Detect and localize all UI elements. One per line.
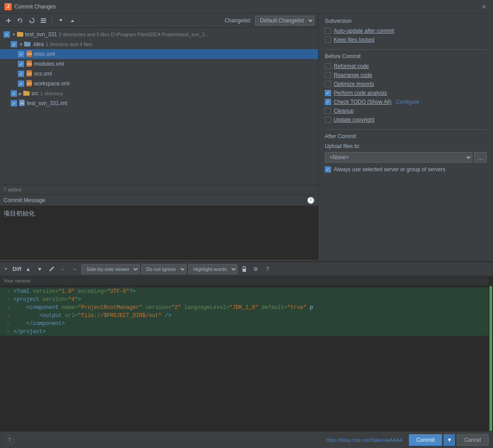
line-num-5: 5 <box>0 321 13 326</box>
tree-item-misc[interactable]: xml misc.xml <box>0 49 318 59</box>
gutter-indicator <box>489 286 492 431</box>
tree-item-src[interactable]: ▶ src 1 directory <box>0 89 318 98</box>
perform-code-analysis-checkbox[interactable] <box>325 90 331 96</box>
left-panel: Changelist: Default Changelist ▼ test_sv… <box>0 13 319 261</box>
commit-dropdown-button[interactable]: ▼ <box>444 434 455 446</box>
always-use-label: Always use selected server or group of s… <box>334 166 445 173</box>
status-text: 7 added <box>4 187 21 192</box>
group-button[interactable] <box>38 16 48 25</box>
tree-item-root[interactable]: ▼ test_svn_331 2 directories and 5 files… <box>0 30 318 39</box>
file-tree: ▼ test_svn_331 2 directories and 5 files… <box>0 28 318 185</box>
refresh-button[interactable] <box>27 16 37 25</box>
commit-message-area: Commit Message 🕐 项目初始化 <box>0 194 318 261</box>
diff-highlight-select[interactable]: Highlight words <box>188 264 238 274</box>
undo-button[interactable] <box>15 16 25 25</box>
tree-arrow-idea: ▼ <box>19 42 23 47</box>
diff-gutter <box>489 276 493 431</box>
diff-help-button[interactable]: ? <box>263 264 272 274</box>
help-button[interactable]: ? <box>4 435 14 445</box>
upload-select[interactable]: <None> <box>325 152 472 163</box>
rearrange-code-label: Rearrange code <box>334 72 372 78</box>
clock-icon[interactable]: 🕐 <box>307 197 314 204</box>
commit-message-header: Commit Message 🕐 <box>0 194 318 206</box>
tree-label-src: src <box>31 90 38 97</box>
cancel-button[interactable]: Cancel <box>457 434 489 446</box>
reformat-code-checkbox[interactable] <box>325 63 331 69</box>
auto-update-checkbox[interactable] <box>325 28 331 34</box>
tree-checkbox-iml[interactable] <box>11 100 17 106</box>
tree-label-root: test_svn_331 <box>25 31 57 38</box>
xml-icon-workspace: xml <box>26 80 32 88</box>
tree-meta-idea: 1 directory and 4 files <box>46 42 93 47</box>
diff-line-4: 4 <output url="file://$PROJECT_DIR$/out"… <box>0 312 489 320</box>
tree-checkbox-src[interactable] <box>11 90 17 97</box>
keep-files-row: Keep files locked <box>325 37 487 43</box>
line-num-6: 6 <box>0 329 13 334</box>
diff-forward-button[interactable]: → <box>70 264 80 274</box>
diff-viewer-select[interactable]: Side-by-side viewer <box>81 264 140 274</box>
expand-button[interactable] <box>68 16 77 25</box>
close-button[interactable]: ✕ <box>480 2 489 11</box>
rearrange-code-checkbox[interactable] <box>325 72 331 78</box>
diff-expand-icon[interactable]: ▼ <box>4 266 8 271</box>
upload-browse-button[interactable]: ... <box>474 152 487 163</box>
line-num-3: 3 <box>0 305 13 310</box>
tree-meta-src: 1 directory <box>40 91 63 96</box>
tree-checkbox-misc[interactable] <box>18 51 24 57</box>
svg-text:xml: xml <box>27 62 32 66</box>
svg-text:xml: xml <box>27 52 32 56</box>
reformat-code-label: Reformat code <box>334 63 369 69</box>
tree-checkbox-workspace[interactable] <box>18 80 24 87</box>
diff-pane[interactable]: Your version 1 <?xml version="1.0" encod… <box>0 276 489 431</box>
always-use-checkbox[interactable] <box>325 166 331 173</box>
perform-code-analysis-label: Perform code analysis <box>334 90 387 96</box>
tree-item-modules[interactable]: xml modules.xml <box>0 59 318 69</box>
tree-item-workspace[interactable]: xml workspace.xml <box>0 79 318 89</box>
diff-edit-button[interactable] <box>47 264 56 274</box>
check-todo-checkbox[interactable] <box>325 99 331 105</box>
tree-label-idea: .idea <box>32 41 44 47</box>
status-bar: 7 added <box>0 185 318 194</box>
diff-back-button[interactable]: ← <box>58 264 68 274</box>
line-content-5: </component> <box>13 321 489 327</box>
commit-button[interactable]: Commit <box>409 434 442 446</box>
tree-checkbox-vcs[interactable] <box>18 71 24 77</box>
cleanup-label: Cleanup <box>334 108 354 114</box>
toolbar-separator <box>52 17 52 24</box>
diff-up-button[interactable]: ▲ <box>23 264 33 274</box>
update-copyright-checkbox[interactable] <box>325 117 331 123</box>
tree-item-iml[interactable]: iml test_svn_331.iml <box>0 98 318 108</box>
diff-lock-button[interactable] <box>239 264 249 274</box>
reformat-code-row: Reformat code <box>325 63 487 69</box>
tree-checkbox-modules[interactable] <box>18 61 24 67</box>
keep-files-checkbox[interactable] <box>325 37 331 43</box>
always-use-row: Always use selected server or group of s… <box>325 166 487 173</box>
diff-title: Diff <box>13 266 21 272</box>
right-panel: Subversion Auto-update after commit Keep… <box>319 13 493 261</box>
tree-item-vcs[interactable]: xml vcs.xml <box>0 69 318 79</box>
tree-checkbox-root[interactable] <box>4 31 10 38</box>
diff-version-label: Your version <box>0 276 489 286</box>
diff-ignore-select[interactable]: Do not ignore <box>141 264 187 274</box>
xml-icon-misc: xml <box>26 51 32 58</box>
rearrange-code-row: Rearrange code <box>325 72 487 78</box>
line-content-6: </project> <box>13 329 489 335</box>
diff-settings-button[interactable]: ⚙ <box>251 264 261 274</box>
update-copyright-label: Update copyright <box>334 117 374 123</box>
svg-text:xml: xml <box>27 82 32 85</box>
configure-link[interactable]: Configure <box>396 99 419 105</box>
commit-message-input[interactable]: 项目初始化 <box>0 206 318 260</box>
changelist-select[interactable]: Default Changelist <box>255 16 314 25</box>
cleanup-checkbox[interactable] <box>325 108 331 114</box>
tree-item-idea[interactable]: ▼ .idea 1 directory and 4 files <box>0 39 318 49</box>
folder-icon-idea <box>24 41 30 48</box>
optimize-imports-checkbox[interactable] <box>325 81 331 87</box>
collapse-all-button[interactable] <box>56 16 66 25</box>
diff-down-button[interactable]: ▼ <box>35 264 45 274</box>
commit-message-label: Commit Message <box>4 197 45 203</box>
tree-checkbox-idea[interactable] <box>11 41 17 47</box>
titlebar: J Commit Changes ✕ <box>0 0 493 13</box>
svg-rect-19 <box>242 269 246 272</box>
perform-code-analysis-row: Perform code analysis <box>325 90 487 96</box>
add-button[interactable] <box>4 16 13 25</box>
